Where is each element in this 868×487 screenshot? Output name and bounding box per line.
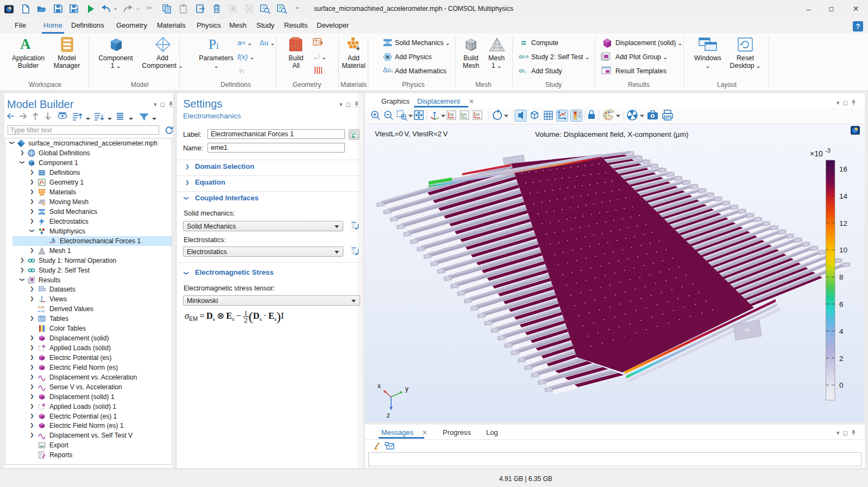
svg-text:8.85: 8.85 bbox=[38, 306, 45, 309]
svg-text:-3: -3 bbox=[825, 147, 831, 154]
svg-text:4: 4 bbox=[839, 327, 844, 336]
svg-text:y: y bbox=[405, 385, 408, 393]
svg-text:12: 12 bbox=[839, 219, 847, 227]
svg-text:16: 16 bbox=[839, 165, 847, 173]
svg-text:xz: xz bbox=[476, 112, 480, 116]
svg-text:z: z bbox=[387, 412, 390, 419]
svg-text:14: 14 bbox=[839, 192, 848, 200]
svg-text:×10: ×10 bbox=[810, 149, 823, 158]
svg-text:10: 10 bbox=[839, 246, 847, 254]
svg-text:xy: xy bbox=[450, 112, 454, 117]
svg-text:VtestL=0 V, VtestR=2 V: VtestL=0 V, VtestR=2 V bbox=[375, 130, 448, 138]
svg-text:Volume: Displacement field, X-: Volume: Displacement field, X-component … bbox=[535, 130, 688, 138]
svg-text:0: 0 bbox=[839, 381, 844, 389]
svg-text:x: x bbox=[378, 382, 381, 390]
svg-text:2: 2 bbox=[839, 355, 844, 363]
svg-text:e-12: e-12 bbox=[38, 309, 45, 313]
svg-text:8: 8 bbox=[839, 273, 844, 281]
svg-text:6: 6 bbox=[839, 300, 844, 308]
svg-text:yz: yz bbox=[463, 112, 467, 117]
